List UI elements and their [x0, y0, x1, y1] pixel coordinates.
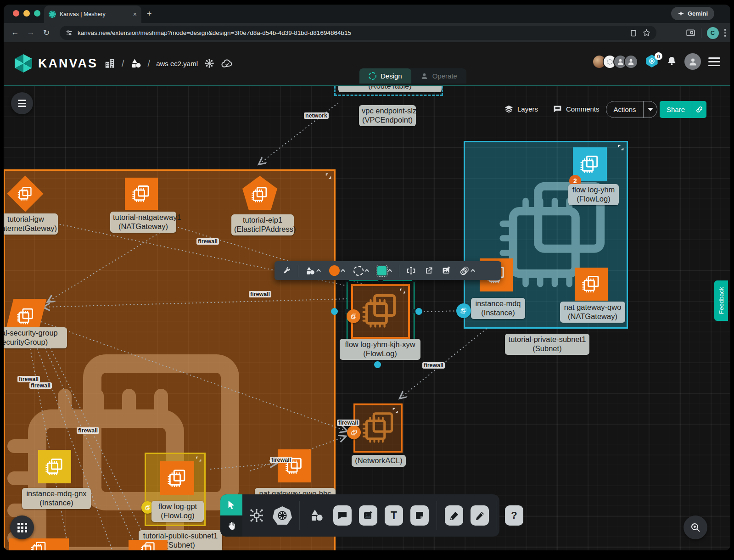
edge-label-firewall: firewall — [270, 457, 292, 463]
pan-tool-button[interactable] — [220, 515, 242, 537]
new-tab-button[interactable]: + — [147, 9, 152, 19]
acl-badge[interactable] — [347, 426, 361, 439]
comment-icon — [333, 505, 352, 526]
copy-link-button[interactable] — [692, 101, 706, 118]
collaborator-avatar[interactable] — [624, 55, 638, 69]
app-menu-icon[interactable] — [708, 57, 720, 66]
selected-node-badge[interactable] — [347, 309, 360, 323]
dashed-circle-icon — [353, 266, 364, 276]
url-bar[interactable]: kanvas.new/extension/meshmap?mode=design… — [60, 26, 656, 40]
comment-tool-button[interactable] — [332, 494, 353, 537]
user-avatar[interactable] — [684, 53, 701, 70]
shapes-tool-button[interactable] — [306, 494, 327, 537]
group-button[interactable] — [456, 261, 478, 280]
image-tool-button[interactable] — [358, 494, 379, 537]
layers-button[interactable]: Layers — [504, 104, 538, 114]
meshery-status-badge[interactable]: 0 — [645, 55, 659, 68]
cloud-saved-icon — [221, 57, 233, 70]
component-grid-button[interactable] — [10, 515, 34, 539]
forward-icon[interactable]: → — [23, 28, 39, 37]
kubernetes-tool-button[interactable] — [272, 494, 293, 537]
expand-icon[interactable] — [196, 456, 202, 462]
sticky-note-tool-button[interactable] — [409, 494, 430, 537]
browser-toolbar: ← → ↻ kanvas.new/extension/meshmap?mode=… — [4, 23, 730, 42]
gemini-button[interactable]: Gemini — [671, 7, 714, 20]
comments-button[interactable]: Comments — [553, 104, 600, 114]
design-label: Design — [381, 72, 402, 80]
site-settings-icon[interactable] — [65, 29, 73, 37]
zoom-search-button[interactable] — [684, 515, 707, 539]
fill-color-button[interactable] — [326, 261, 348, 280]
canvas-menu-button[interactable] — [11, 92, 33, 114]
tool-dock: T ? — [220, 494, 499, 537]
fullscreen-window-button[interactable] — [34, 10, 40, 17]
lasso-circles-icon — [459, 266, 470, 276]
pen-tool-button[interactable] — [443, 494, 465, 537]
design-canvas[interactable]: (RouteTable) vpc endpoint-slz(VPCEndpoin… — [4, 85, 730, 550]
select-tool-button[interactable] — [220, 494, 242, 515]
text-tool-button[interactable]: T — [383, 494, 404, 537]
node-nat-gateway-qwo-bbc[interactable] — [278, 449, 311, 482]
context-toolbar — [275, 261, 501, 280]
actions-label: Actions — [606, 106, 643, 113]
open-in-new-button[interactable] — [421, 261, 437, 280]
edge-label-firewall: firewall — [29, 382, 52, 389]
node-label-instance-mdq-gnx: instance-mdq-gnx(Instance) — [22, 488, 91, 509]
back-icon[interactable]: ← — [7, 28, 23, 37]
save-icon[interactable] — [629, 29, 638, 37]
browser-menu-icon[interactable] — [724, 29, 726, 37]
pencil-tool-button[interactable] — [469, 494, 490, 537]
edge-label-firewall: firewall — [249, 291, 271, 297]
node-instance-mdq-gnx[interactable] — [38, 450, 71, 483]
browser-tab[interactable]: Kanvas | Meshery × — [44, 6, 141, 23]
actions-dropdown-button[interactable] — [643, 101, 657, 118]
notifications-bell-icon[interactable] — [667, 56, 677, 68]
add-image-button[interactable] — [438, 261, 454, 280]
organization-icon[interactable] — [104, 57, 116, 69]
node-nat-gateway1[interactable] — [125, 178, 158, 210]
minimize-window-button[interactable] — [23, 10, 30, 17]
bookmark-star-icon[interactable] — [642, 28, 651, 37]
subnet-connection-badge[interactable] — [456, 303, 471, 318]
share-button[interactable]: Share — [660, 101, 706, 118]
node-network-acl[interactable] — [353, 403, 403, 453]
node-label-security-group: tutorial-security-group(SecurityGroup) — [4, 327, 67, 348]
tab-close-icon[interactable]: × — [133, 11, 137, 18]
node-nat-gateway-qwo[interactable] — [575, 268, 608, 301]
close-window-button[interactable] — [13, 10, 19, 17]
browser-profile-avatar[interactable]: C — [707, 27, 719, 39]
collaborator-avatars[interactable] — [592, 55, 638, 69]
feedback-tab[interactable]: Feedback — [714, 280, 728, 321]
reload-icon[interactable]: ↻ — [39, 28, 54, 38]
tab-search-icon[interactable] — [686, 28, 695, 38]
node-partial-bottom[interactable] — [129, 540, 168, 550]
expand-icon[interactable] — [400, 288, 405, 294]
edge-handle-dot[interactable] — [415, 308, 422, 315]
shapes-style-button[interactable] — [302, 261, 324, 280]
design-file-name[interactable]: aws ec2.yaml — [156, 60, 198, 67]
components-tool-button[interactable] — [246, 494, 267, 537]
actions-button[interactable]: Actions — [606, 101, 657, 118]
configure-tool-button[interactable] — [279, 261, 294, 280]
url-text[interactable]: kanvas.new/extension/meshmap?mode=design… — [78, 29, 625, 36]
tab-operate[interactable]: Operate — [411, 68, 466, 84]
node-flow-log-gpt[interactable] — [160, 461, 194, 495]
expand-icon[interactable] — [618, 145, 624, 151]
link-icon — [695, 106, 703, 113]
node-partial-bottom-left[interactable] — [9, 538, 69, 550]
edge-handle-dot[interactable] — [374, 361, 381, 368]
edge-label-firewall: firewall — [77, 427, 99, 434]
mesh-sync-icon[interactable] — [204, 58, 215, 69]
edge-handle-dot[interactable] — [331, 308, 338, 315]
shape-swap-button[interactable] — [374, 261, 395, 280]
node-flow-log-selected[interactable] — [351, 284, 410, 339]
tab-design[interactable]: Design — [359, 68, 411, 84]
rename-button[interactable] — [403, 261, 419, 280]
workspace-shapes-icon[interactable] — [130, 58, 142, 69]
kanvas-logo-icon[interactable] — [15, 54, 32, 73]
expand-icon[interactable] — [325, 173, 331, 179]
border-style-button[interactable] — [350, 261, 372, 280]
divider — [701, 28, 701, 38]
help-tool-button[interactable]: ? — [504, 494, 525, 537]
expand-icon[interactable] — [392, 408, 398, 413]
